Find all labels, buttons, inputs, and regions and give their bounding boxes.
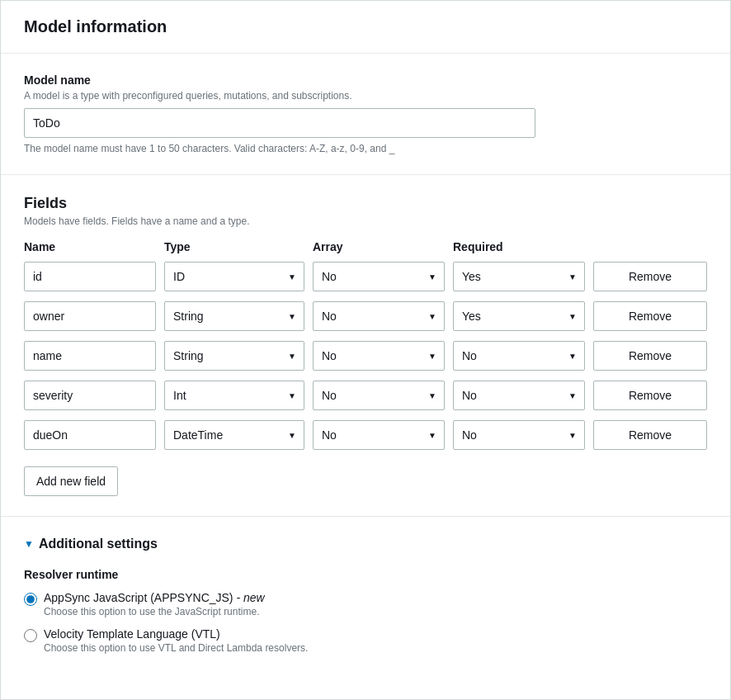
required-select[interactable]: NoYes: [453, 301, 585, 331]
resolver-option-content: Velocity Template Language (VTL)Choose t…: [44, 627, 308, 654]
type-select-wrapper: IDStringIntFloatBooleanAWSDateAWSTimeAWS…: [164, 381, 304, 410]
field-name-input[interactable]: [24, 381, 156, 410]
remove-field-button[interactable]: Remove: [593, 420, 707, 450]
required-select[interactable]: NoYes: [453, 381, 585, 410]
remove-field-button[interactable]: Remove: [593, 262, 707, 291]
table-row: IDStringIntFloatBooleanAWSDateAWSTimeAWS…: [24, 301, 707, 331]
settings-title: Additional settings: [39, 537, 158, 551]
required-select-wrapper: NoYes▼: [453, 341, 585, 371]
model-name-hint: The model name must have 1 to 50 charact…: [24, 143, 707, 154]
type-select[interactable]: IDStringIntFloatBooleanAWSDateAWSTimeAWS…: [164, 381, 304, 410]
field-rows-container: IDStringIntFloatBooleanAWSDateAWSTimeAWS…: [24, 262, 707, 450]
type-select[interactable]: IDStringIntFloatBooleanAWSDateAWSTimeAWS…: [164, 341, 304, 371]
page-container: Model information Model name A model is …: [0, 0, 731, 700]
required-select-wrapper: NoYes▼: [453, 420, 585, 450]
resolver-option: Velocity Template Language (VTL)Choose t…: [24, 627, 707, 654]
col-header-required: Required: [453, 240, 585, 253]
model-name-section: Model name A model is a type with precon…: [1, 54, 730, 175]
resolver-option-label: AppSync JavaScript (APPSYNC_JS) - new: [44, 591, 265, 604]
resolver-option-content: AppSync JavaScript (APPSYNC_JS) - newCho…: [44, 591, 265, 617]
field-name-input[interactable]: [24, 420, 156, 450]
remove-field-button[interactable]: Remove: [593, 381, 707, 410]
resolver-options-container: AppSync JavaScript (APPSYNC_JS) - newCho…: [24, 591, 707, 654]
col-header-type: Type: [164, 240, 304, 253]
model-name-label: Model name: [24, 73, 707, 87]
resolver-radio-appsync-js[interactable]: [24, 593, 37, 606]
col-header-name: Name: [24, 240, 156, 253]
remove-field-button[interactable]: Remove: [593, 301, 707, 331]
array-select[interactable]: NoYes: [313, 262, 445, 291]
array-select[interactable]: NoYes: [313, 341, 445, 371]
array-select-wrapper: NoYes▼: [313, 341, 445, 371]
type-select[interactable]: IDStringIntFloatBooleanAWSDateAWSTimeAWS…: [164, 301, 304, 331]
field-name-input[interactable]: [24, 262, 156, 291]
col-header-array: Array: [313, 240, 445, 253]
table-row: IDStringIntFloatBooleanAWSDateAWSTimeAWS…: [24, 262, 707, 291]
required-select[interactable]: NoYes: [453, 420, 585, 450]
add-field-button[interactable]: Add new field: [24, 466, 118, 496]
page-title: Model information: [24, 17, 707, 36]
model-name-description: A model is a type with preconfigured que…: [24, 90, 707, 102]
additional-settings-section: ▼ Additional settings Resolver runtime A…: [1, 517, 730, 683]
settings-toggle-icon[interactable]: ▼: [24, 538, 34, 550]
resolver-option: AppSync JavaScript (APPSYNC_JS) - newCho…: [24, 591, 707, 617]
type-select[interactable]: IDStringIntFloatBooleanAWSDateAWSTimeAWS…: [164, 420, 304, 450]
fields-section: Fields Models have fields. Fields have a…: [1, 175, 730, 517]
fields-header: Name Type Array Required: [24, 240, 707, 253]
array-select-wrapper: NoYes▼: [313, 381, 445, 410]
type-select-wrapper: IDStringIntFloatBooleanAWSDateAWSTimeAWS…: [164, 262, 304, 291]
required-select-wrapper: NoYes▼: [453, 381, 585, 410]
array-select-wrapper: NoYes▼: [313, 420, 445, 450]
field-name-input[interactable]: [24, 341, 156, 371]
field-name-input[interactable]: [24, 301, 156, 331]
table-row: IDStringIntFloatBooleanAWSDateAWSTimeAWS…: [24, 341, 707, 371]
array-select-wrapper: NoYes▼: [313, 262, 445, 291]
type-select-wrapper: IDStringIntFloatBooleanAWSDateAWSTimeAWS…: [164, 420, 304, 450]
type-select-wrapper: IDStringIntFloatBooleanAWSDateAWSTimeAWS…: [164, 341, 304, 371]
resolver-option-description: Choose this option to use the JavaScript…: [44, 606, 265, 617]
array-select[interactable]: NoYes: [313, 381, 445, 410]
required-select[interactable]: NoYes: [453, 341, 585, 371]
resolver-runtime-label: Resolver runtime: [24, 568, 707, 581]
model-name-input[interactable]: [24, 108, 535, 138]
required-select-wrapper: NoYes▼: [453, 301, 585, 331]
settings-header: ▼ Additional settings: [24, 537, 707, 551]
array-select-wrapper: NoYes▼: [313, 301, 445, 331]
fields-title: Fields: [24, 195, 707, 212]
resolver-radio-vtl[interactable]: [24, 629, 37, 642]
required-select-wrapper: NoYes▼: [453, 262, 585, 291]
type-select-wrapper: IDStringIntFloatBooleanAWSDateAWSTimeAWS…: [164, 301, 304, 331]
array-select[interactable]: NoYes: [313, 301, 445, 331]
resolver-option-description: Choose this option to use VTL and Direct…: [44, 642, 308, 654]
resolver-option-label: Velocity Template Language (VTL): [44, 627, 308, 641]
array-select[interactable]: NoYes: [313, 420, 445, 450]
page-header: Model information: [1, 1, 730, 54]
remove-field-button[interactable]: Remove: [593, 341, 707, 371]
type-select[interactable]: IDStringIntFloatBooleanAWSDateAWSTimeAWS…: [164, 262, 304, 291]
fields-description: Models have fields. Fields have a name a…: [24, 215, 707, 227]
required-select[interactable]: NoYes: [453, 262, 585, 291]
table-row: IDStringIntFloatBooleanAWSDateAWSTimeAWS…: [24, 420, 707, 450]
table-row: IDStringIntFloatBooleanAWSDateAWSTimeAWS…: [24, 381, 707, 410]
